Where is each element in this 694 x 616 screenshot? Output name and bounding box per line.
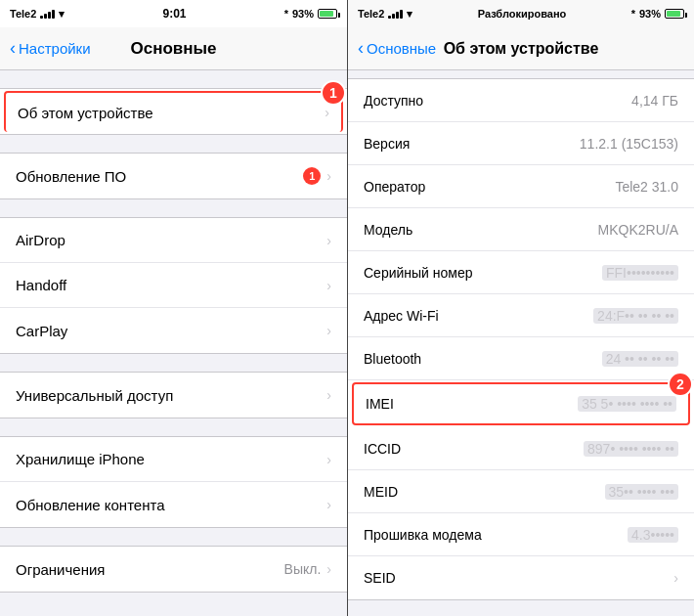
battery-icon-left [318, 9, 337, 19]
battery-fill-right [667, 11, 680, 17]
iccid-value: 897• •••• •••• •• [584, 441, 678, 457]
left-list: Об этом устройстве › 1 Обновление ПО 1 › [0, 70, 347, 616]
available-label: Доступно [364, 93, 452, 109]
status-right-left: * 93% [284, 8, 337, 20]
content-update-chevron: › [326, 497, 331, 512]
imei-label: IMEI [366, 396, 454, 412]
nav-bar-left: ‹ Настройки Основные [0, 27, 347, 70]
carplay-chevron: › [326, 323, 331, 338]
seid-label: SEID [364, 570, 452, 586]
item-content-update[interactable]: Обновление контента › [0, 482, 347, 527]
item-iccid: ICCID 897• •••• •••• •• [348, 427, 694, 470]
item-update[interactable]: Обновление ПО 1 › [0, 154, 347, 198]
section-airdrop: AirDrop › Handoff › CarPlay › [0, 217, 347, 354]
item-meid: MEID 35•• •••• ••• [348, 470, 694, 513]
item-operator: Оператор Tele2 31.0 [348, 165, 694, 208]
rbar4 [400, 10, 403, 19]
airdrop-right: › [326, 233, 331, 248]
detail-top-gap [348, 70, 694, 78]
section-update: Обновление ПО 1 › [0, 153, 347, 199]
storage-right: › [326, 452, 331, 467]
about-device-label: Об этом устройстве [18, 105, 153, 121]
storage-label: Хранилище iPhone [16, 451, 145, 467]
nav-title-left: Основные [130, 39, 216, 59]
back-button-left[interactable]: ‹ Настройки [10, 38, 91, 59]
gap-2 [0, 135, 347, 153]
battery-right [665, 9, 684, 19]
restrictions-right: Выкл. › [284, 561, 331, 577]
serial-label: Серийный номер [364, 265, 473, 281]
operator-label: Оператор [364, 179, 452, 195]
item-wifi: Адрес Wi-Fi 24:F•• •• •• •• [348, 294, 694, 337]
status-left: Tele2 ▾ [10, 8, 65, 21]
bar3 [48, 12, 51, 19]
modem-label: Прошивка модема [364, 527, 482, 543]
item-handoff[interactable]: Handoff › [0, 263, 347, 308]
item-accessibility[interactable]: Универсальный доступ › [0, 373, 347, 418]
step-1-badge: 1 [321, 80, 346, 106]
item-imei: IMEI 35 5• •••• •••• •• 2 [352, 382, 690, 425]
model-value: MKQK2RU/A [598, 222, 678, 238]
update-label: Обновление ПО [16, 168, 126, 185]
bluetooth-value: 24 •• •• •• •• [602, 351, 678, 367]
wifi-value: 24:F•• •• •• •• [593, 308, 678, 324]
bar4 [52, 10, 55, 19]
status-right-right: * 93% [631, 8, 684, 20]
rbar2 [392, 14, 395, 19]
item-seid[interactable]: SEID › [348, 556, 694, 599]
gap-5 [0, 418, 347, 436]
item-restrictions[interactable]: Ограничения Выкл. › [0, 547, 347, 592]
nav-bar-right: ‹ Основные Об этом устройстве [348, 27, 694, 70]
gap-4 [0, 354, 347, 372]
available-value: 4,14 ГБ [631, 93, 678, 109]
handoff-label: Handoff [16, 277, 66, 293]
bt-icon-right: * [631, 8, 635, 20]
item-carplay[interactable]: CarPlay › [0, 308, 347, 353]
back-button-right[interactable]: ‹ Основные [358, 38, 436, 59]
battery-pct-left: 93% [292, 8, 314, 20]
item-airdrop[interactable]: AirDrop › [0, 218, 347, 263]
rbar3 [396, 12, 399, 19]
item-about-device[interactable]: Об этом устройстве › 1 [4, 91, 343, 132]
update-chevron: › [326, 168, 331, 184]
update-badge: 1 [303, 167, 321, 185]
item-modem: Прошивка модема 4.3••••• [348, 513, 694, 556]
iccid-label: ICCID [364, 441, 452, 457]
chevron-back-left: ‹ [10, 38, 16, 59]
handoff-right: › [326, 278, 331, 293]
modem-value: 4.3••••• [628, 527, 678, 543]
serial-value: FFI•••••••••• [602, 265, 678, 281]
airdrop-label: AirDrop [16, 232, 65, 248]
chevron-back-right: ‹ [358, 38, 364, 59]
signal-bars-left [40, 9, 55, 19]
detail-section-main: Доступно 4,14 ГБ Версия 11.2.1 (15C153) … [348, 78, 694, 600]
item-version: Версия 11.2.1 (15C153) [348, 122, 694, 165]
carrier-right: Tele2 [358, 8, 384, 20]
item-bluetooth: Bluetooth 24 •• •• •• •• [348, 337, 694, 380]
item-serial: Серийный номер FFI•••••••••• [348, 251, 694, 294]
content-update-right: › [326, 497, 331, 512]
gap-3 [0, 199, 347, 217]
restrictions-chevron: › [326, 561, 331, 577]
back-label-right[interactable]: Основные [367, 40, 436, 57]
section-storage: Хранилище iPhone › Обновление контента › [0, 436, 347, 528]
bluetooth-label: Bluetooth [364, 351, 452, 367]
seid-chevron: › [673, 570, 678, 586]
gap-6 [0, 528, 347, 546]
about-right: › [325, 105, 329, 120]
airdrop-chevron: › [326, 233, 331, 248]
section-accessibility: Универсальный доступ › [0, 372, 347, 418]
signal-bars-right [388, 9, 403, 19]
carplay-label: CarPlay [16, 323, 67, 339]
item-storage[interactable]: Хранилище iPhone › [0, 437, 347, 482]
back-label-left[interactable]: Настройки [19, 40, 91, 57]
version-label: Версия [364, 136, 452, 152]
seid-right: › [673, 570, 678, 586]
bar1 [40, 16, 43, 19]
rbar1 [388, 16, 391, 19]
item-available: Доступно 4,14 ГБ [348, 79, 694, 122]
time-left: 9:01 [162, 7, 186, 21]
batt-pct-right: 93% [639, 8, 661, 20]
unlock-status: Разблокировано [478, 8, 567, 20]
wifi-label: Адрес Wi-Fi [364, 308, 452, 324]
